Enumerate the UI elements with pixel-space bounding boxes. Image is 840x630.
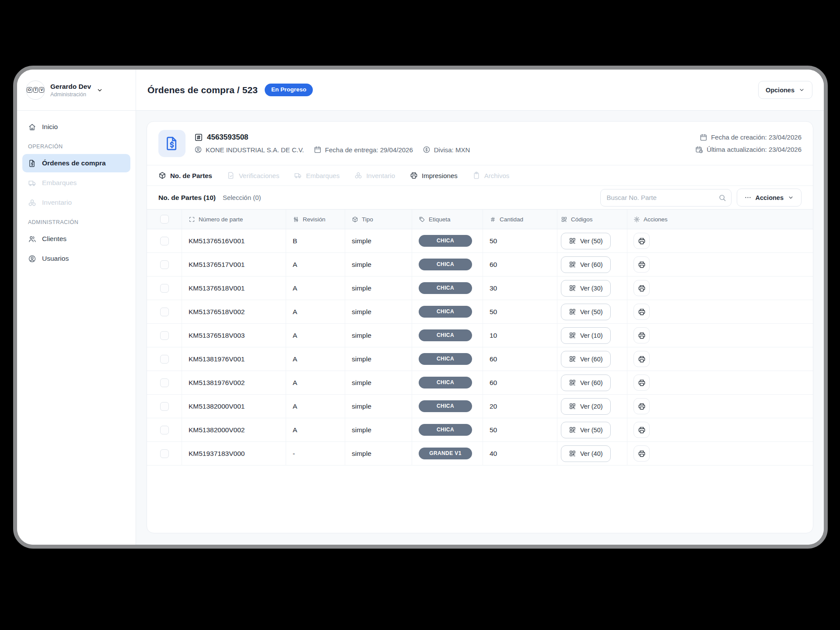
printer-icon <box>638 426 646 434</box>
quantity-cell: 10 <box>483 324 557 347</box>
actions-button-label: Acciones <box>756 194 784 201</box>
select-all-checkbox[interactable] <box>160 215 169 224</box>
table-row: KM51381976V002AsimpleCHICA60Ver (60) <box>147 371 813 395</box>
print-button[interactable] <box>634 374 650 391</box>
row-checkbox[interactable] <box>160 237 169 245</box>
revision-cell: A <box>286 276 345 300</box>
qr-icon <box>561 216 567 223</box>
view-codes-button[interactable]: Ver (20) <box>561 398 611 415</box>
part-number-cell: KM51381976V001 <box>182 347 286 371</box>
row-checkbox[interactable] <box>160 378 169 387</box>
row-checkbox-cell <box>147 276 182 300</box>
row-checkbox[interactable] <box>160 284 169 293</box>
type-value: simple <box>352 308 371 316</box>
print-button[interactable] <box>634 280 650 296</box>
sidebar-item-usuarios[interactable]: Usuarios <box>22 249 130 268</box>
print-button[interactable] <box>634 327 650 343</box>
parts-toolbar: No. de Partes (10) Selección (0) Accione… <box>147 186 813 209</box>
actions-cell <box>627 371 813 394</box>
home-icon <box>28 123 36 131</box>
part-number-cell: KM51382000V001 <box>182 395 286 418</box>
label-badge: CHICA <box>419 377 472 388</box>
view-codes-button[interactable]: Ver (30) <box>561 280 611 297</box>
label-cell: CHICA <box>412 300 483 323</box>
qr-icon <box>569 426 576 434</box>
revision-value: A <box>293 402 297 410</box>
qr-icon <box>569 402 576 410</box>
actions-button[interactable]: Acciones <box>737 189 802 206</box>
printer-icon <box>638 237 646 245</box>
revision-cell: A <box>286 371 345 394</box>
toolbar-right: Acciones <box>600 189 802 206</box>
view-codes-button[interactable]: Ver (50) <box>561 422 611 438</box>
codes-cell: Ver (50) <box>557 229 627 252</box>
label-cell: CHICA <box>412 324 483 347</box>
sidebar-item-label: Inicio <box>42 123 58 131</box>
sliders-icon <box>293 216 299 223</box>
view-codes-button[interactable]: Ver (50) <box>561 233 611 249</box>
search-box <box>600 189 732 206</box>
view-codes-label: Ver (20) <box>580 403 603 410</box>
row-checkbox[interactable] <box>160 260 169 269</box>
actions-cell <box>627 229 813 252</box>
label-badge: GRANDE V1 <box>419 448 472 459</box>
order-client: KONE INDUSTRIAL S.A. DE C.V. <box>194 146 304 154</box>
revision-cell: A <box>286 347 345 371</box>
currency-icon <box>423 146 430 154</box>
type-cell: simple <box>345 276 412 300</box>
type-cell: simple <box>345 253 412 276</box>
sidebar-item-clientes[interactable]: Clientes <box>22 230 130 248</box>
revision-cell: A <box>286 324 345 347</box>
quantity-value: 10 <box>490 332 497 340</box>
sidebar-item-ordenes-de-compra[interactable]: Órdenes de compra <box>22 154 130 172</box>
tab-label: Archivos <box>484 172 510 179</box>
order-card: 4563593508 KONE INDUSTRIAL S.A. DE C.V. … <box>147 121 813 533</box>
search-input[interactable] <box>600 189 732 206</box>
tab-impresiones[interactable]: Impresiones <box>410 172 458 179</box>
print-button[interactable] <box>634 233 650 249</box>
order-number-icon <box>194 133 203 142</box>
workspace-switcher[interactable]: OTV Gerardo Dev Administración <box>17 70 136 110</box>
print-button[interactable] <box>634 256 650 273</box>
view-codes-button[interactable]: Ver (60) <box>561 351 611 368</box>
view-codes-button[interactable]: Ver (10) <box>561 327 611 344</box>
label-cell: CHICA <box>412 276 483 300</box>
print-button[interactable] <box>634 422 650 438</box>
view-codes-button[interactable]: Ver (40) <box>561 445 611 462</box>
column-header-label: Revisión <box>303 216 326 223</box>
part-number: KM51376518V002 <box>189 308 245 316</box>
print-button[interactable] <box>634 304 650 320</box>
row-checkbox[interactable] <box>160 308 169 316</box>
type-value: simple <box>352 402 371 410</box>
tab-verificaciones: Verificaciones <box>227 172 280 179</box>
row-checkbox[interactable] <box>160 355 169 364</box>
part-number: KM51382000V001 <box>189 402 245 410</box>
row-checkbox[interactable] <box>160 331 169 340</box>
type-cell: simple <box>345 229 412 252</box>
tab-label: Impresiones <box>422 172 458 179</box>
view-codes-button[interactable]: Ver (60) <box>561 374 611 391</box>
print-button[interactable] <box>634 398 650 414</box>
tab-no-de-partes[interactable]: No. de Partes <box>158 172 212 179</box>
codes-cell: Ver (60) <box>557 371 627 394</box>
view-codes-button[interactable]: Ver (60) <box>561 256 611 273</box>
desktop-background: OTV Gerardo Dev Administración Órdenes d… <box>0 0 840 630</box>
row-checkbox[interactable] <box>160 449 169 458</box>
type-value: simple <box>352 237 371 245</box>
sidebar-item-inicio[interactable]: Inicio <box>22 118 130 136</box>
label-badge: CHICA <box>419 353 472 364</box>
revision-cell: A <box>286 395 345 418</box>
column-header-label: Códigos <box>571 216 593 223</box>
quantity-value: 60 <box>490 355 497 363</box>
view-codes-button[interactable]: Ver (50) <box>561 304 611 320</box>
row-checkbox[interactable] <box>160 426 169 434</box>
label-badge: CHICA <box>419 235 472 246</box>
quantity-value: 50 <box>490 237 497 245</box>
label-cell: CHICA <box>412 253 483 276</box>
print-button[interactable] <box>634 351 650 367</box>
column-header-label: Número de parte <box>199 216 243 223</box>
print-button[interactable] <box>634 445 650 462</box>
row-checkbox[interactable] <box>160 402 169 411</box>
options-button[interactable]: Opciones <box>758 81 812 99</box>
revision-value: A <box>293 308 297 316</box>
